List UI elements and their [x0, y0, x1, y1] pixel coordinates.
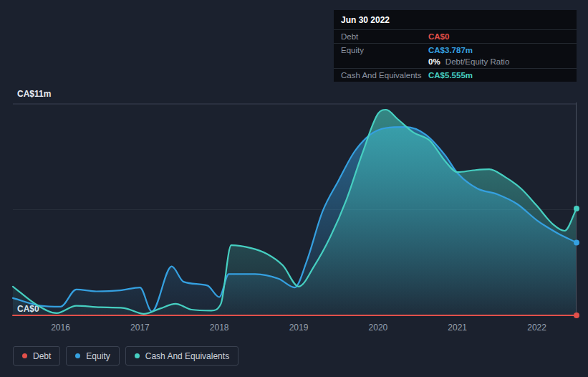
- tooltip-debt-label: Debt: [341, 32, 428, 41]
- legend-equity-label: Equity: [86, 351, 110, 361]
- legend-item-equity[interactable]: Equity: [66, 346, 119, 366]
- tooltip-date: Jun 30 2022: [334, 10, 577, 29]
- chart-tooltip: Jun 30 2022 Debt CA$0 Equity CA$3.787m 0…: [334, 10, 577, 82]
- cash-and-equivalents-end-dot[interactable]: [574, 206, 579, 211]
- x-tick-label: 2019: [281, 323, 317, 333]
- debt-end-dot[interactable]: [574, 312, 579, 318]
- equity-dot-icon: [75, 353, 80, 358]
- tooltip-ratio-caption: Debt/Equity Ratio: [445, 57, 510, 66]
- debt-equity-history-chart: Jun 30 2022 Debt CA$0 Equity CA$3.787m 0…: [0, 0, 588, 377]
- tooltip-cash-value: CA$5.555m: [428, 71, 569, 80]
- tooltip-ratio-value: 0% Debt/Equity Ratio: [428, 57, 569, 66]
- tooltip-equity-label: Equity: [341, 46, 428, 54]
- x-tick-label: 2022: [519, 323, 555, 333]
- equity-end-dot[interactable]: [574, 239, 579, 245]
- plot-area[interactable]: [13, 102, 577, 318]
- tooltip-equity-row: Equity CA$3.787m: [334, 43, 577, 57]
- x-tick-label: 2018: [201, 323, 237, 333]
- y-axis-max-label: CA$11m: [17, 89, 51, 99]
- x-tick-label: 2016: [43, 323, 79, 333]
- x-tick-label: 2017: [122, 323, 158, 333]
- legend: Debt Equity Cash And Equivalents: [13, 346, 238, 366]
- tooltip-equity-value: CA$3.787m: [428, 46, 569, 54]
- legend-item-debt[interactable]: Debt: [13, 346, 60, 366]
- tooltip-cash-label: Cash And Equivalents: [341, 71, 428, 80]
- tooltip-cash-row: Cash And Equivalents CA$5.555m: [334, 68, 577, 82]
- debt-dot-icon: [22, 353, 27, 358]
- cash-dot-icon: [135, 353, 140, 358]
- chart-svg: [13, 102, 577, 318]
- legend-debt-label: Debt: [33, 351, 51, 361]
- tooltip-ratio-row: 0% Debt/Equity Ratio: [334, 57, 577, 68]
- legend-cash-label: Cash And Equivalents: [145, 351, 229, 361]
- x-tick-label: 2021: [440, 323, 476, 333]
- tooltip-debt-value: CA$0: [428, 32, 569, 41]
- tooltip-debt-row: Debt CA$0: [334, 29, 577, 43]
- legend-item-cash[interactable]: Cash And Equivalents: [125, 346, 238, 366]
- tooltip-ratio-percent: 0%: [428, 57, 440, 66]
- x-tick-label: 2020: [360, 323, 396, 333]
